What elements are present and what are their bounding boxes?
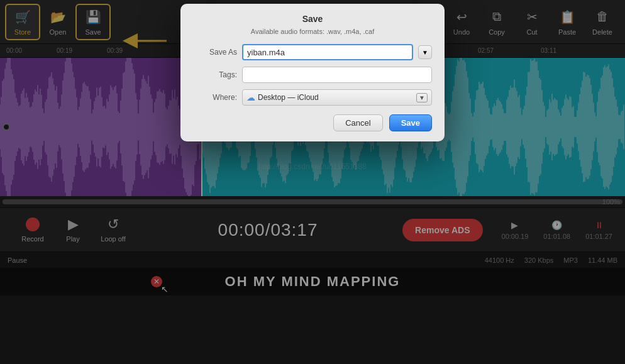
format-dropdown-button[interactable]: ▼ [418,45,432,59]
save-confirm-button[interactable]: Save [389,114,432,131]
where-row: Where: ☁ Desktop — iCloud ▼ [193,89,432,106]
where-label: Where: [193,93,237,102]
where-value: ☁ Desktop — iCloud [246,92,319,102]
filename-input[interactable] [242,44,413,60]
where-dropdown[interactable]: ☁ Desktop — iCloud ▼ [242,89,432,106]
save-dialog: Save Available audio formats: .wav, .m4a… [180,4,445,141]
dialog-subtitle: Available audio formats: .wav, .m4a, .ca… [193,28,432,35]
dialog-buttons: Cancel Save [193,114,432,131]
save-as-row: Save As ▼ [193,44,432,60]
tags-label: Tags: [193,70,237,79]
cloud-icon: ☁ [246,92,255,102]
cancel-button[interactable]: Cancel [333,114,382,131]
tags-row: Tags: [193,67,432,83]
chevron-down-icon: ▼ [416,93,428,102]
dialog-overlay: Save Available audio formats: .wav, .m4a… [0,0,625,364]
tags-input[interactable] [242,67,432,83]
save-as-label: Save As [193,48,237,57]
dialog-title: Save [193,14,432,24]
